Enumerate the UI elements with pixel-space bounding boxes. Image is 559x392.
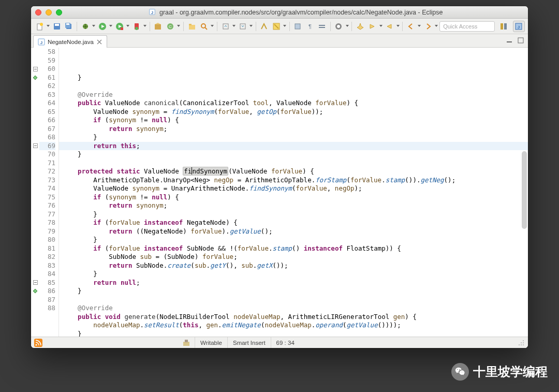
svg-rect-36 <box>507 41 512 42</box>
svg-rect-18 <box>189 25 195 30</box>
back-button[interactable] <box>405 21 416 32</box>
status-writable: Writable <box>195 337 227 348</box>
tab-negatenode[interactable]: J NegateNode.java <box>33 35 107 48</box>
svg-point-42 <box>35 344 37 345</box>
new-dropdown[interactable] <box>46 21 50 32</box>
marker-gutter[interactable] <box>31 48 39 337</box>
titlebar: J graal - org.graalvm.compiler.nodes/src… <box>31 6 528 19</box>
forward-button[interactable] <box>422 21 433 32</box>
svg-text:J: J <box>518 25 520 30</box>
svg-rect-21 <box>223 24 228 29</box>
annotation-next-button[interactable] <box>237 21 248 32</box>
mylyn-button[interactable] <box>333 21 344 32</box>
coverage-dropdown[interactable] <box>126 21 130 32</box>
external-tools-button[interactable] <box>131 21 142 32</box>
minimize-view-icon[interactable] <box>505 36 513 45</box>
svg-rect-30 <box>501 23 503 30</box>
java-file-icon: J <box>38 38 45 46</box>
svg-rect-43 <box>183 342 189 346</box>
wechat-icon <box>451 363 469 381</box>
svg-rect-15 <box>155 24 161 30</box>
svg-text:J: J <box>151 10 153 15</box>
quick-access-field[interactable]: Quick Access <box>439 21 495 32</box>
debug-button[interactable] <box>80 21 91 32</box>
quick-access-placeholder: Quick Access <box>443 23 477 30</box>
toggle-whitespace-button[interactable]: ¶ <box>304 21 315 32</box>
maximize-view-icon[interactable] <box>517 36 525 45</box>
search-button[interactable] <box>198 21 209 32</box>
svg-rect-44 <box>185 340 188 342</box>
save-all-button[interactable] <box>63 21 74 32</box>
save-button[interactable] <box>51 21 62 32</box>
mylyn-dropdown[interactable] <box>345 21 349 32</box>
new-type-dropdown[interactable] <box>176 21 181 32</box>
line-number-gutter[interactable]: 5859606162636465666768697071727374757677… <box>39 48 59 337</box>
svg-rect-26 <box>319 25 325 26</box>
new-button[interactable] <box>34 21 45 32</box>
svg-rect-12 <box>121 27 123 30</box>
svg-text:C: C <box>169 24 172 29</box>
java-file-icon: J <box>149 8 156 16</box>
perspective-open-button[interactable] <box>498 21 510 32</box>
svg-point-48 <box>521 342 522 343</box>
svg-point-3 <box>40 23 43 26</box>
build-icon <box>182 339 190 347</box>
coverage-button[interactable] <box>114 21 125 32</box>
toggle-mark-dropdown[interactable] <box>283 21 287 32</box>
search-dropdown[interactable] <box>210 21 214 32</box>
svg-text:¶: ¶ <box>308 23 312 30</box>
tab-label: NegateNode.java <box>48 39 94 45</box>
prev-annotation-dropdown[interactable] <box>396 21 400 32</box>
eclipse-window: J graal - org.graalvm.compiler.nodes/src… <box>31 6 528 348</box>
annotation-next-dropdown[interactable] <box>249 21 253 32</box>
code-area[interactable]: } @Override public ValueNode canonical(C… <box>59 48 528 337</box>
svg-rect-8 <box>66 23 69 25</box>
svg-rect-19 <box>189 24 192 25</box>
toggle-mark-button[interactable] <box>271 21 282 32</box>
close-button[interactable] <box>35 9 41 16</box>
svg-point-49 <box>523 342 524 343</box>
watermark: 十里坡学编程 <box>451 363 548 381</box>
svg-rect-41 <box>34 339 42 347</box>
pin-editor-button[interactable] <box>355 21 365 32</box>
watermark-text: 十里坡学编程 <box>473 364 548 380</box>
new-package-button[interactable] <box>153 21 164 32</box>
toggle-block-button[interactable] <box>292 21 303 32</box>
show-whitespace-button[interactable] <box>316 21 327 32</box>
prev-annotation-button[interactable] <box>384 21 394 32</box>
maximize-button[interactable] <box>56 9 62 16</box>
code-editor[interactable]: 5859606162636465666768697071727374757677… <box>31 48 528 337</box>
open-type-button[interactable] <box>186 21 197 32</box>
svg-point-45 <box>519 344 520 345</box>
rss-icon[interactable] <box>34 339 42 347</box>
svg-text:J: J <box>40 40 42 45</box>
svg-point-46 <box>521 344 522 345</box>
annotation-prev-dropdown[interactable] <box>232 21 236 32</box>
svg-rect-27 <box>319 27 325 28</box>
svg-point-50 <box>523 340 524 341</box>
close-icon[interactable] <box>96 39 102 45</box>
next-annotation-button[interactable] <box>367 21 378 32</box>
svg-point-29 <box>337 25 340 28</box>
resize-grip-icon <box>518 339 525 346</box>
window-controls <box>35 9 62 16</box>
debug-dropdown[interactable] <box>92 21 96 32</box>
new-type-button[interactable]: C <box>165 21 175 32</box>
editor-tabs: J NegateNode.java <box>31 34 528 48</box>
run-dropdown[interactable] <box>109 21 113 32</box>
svg-rect-24 <box>295 24 300 29</box>
java-perspective-button[interactable]: J <box>513 21 525 32</box>
svg-rect-5 <box>55 24 59 26</box>
minimize-button[interactable] <box>46 9 52 16</box>
external-tools-dropdown[interactable] <box>143 21 147 32</box>
status-insert: Smart Insert <box>227 337 271 348</box>
annotation-prev-button[interactable] <box>220 21 231 32</box>
window-title: J graal - org.graalvm.compiler.nodes/src… <box>67 8 524 16</box>
last-edit-button[interactable] <box>259 21 270 32</box>
next-annotation-dropdown[interactable] <box>379 21 383 32</box>
svg-point-47 <box>523 344 524 345</box>
back-dropdown[interactable] <box>418 21 422 32</box>
run-button[interactable] <box>97 21 108 32</box>
forward-dropdown[interactable] <box>434 21 438 32</box>
svg-rect-37 <box>518 38 523 43</box>
